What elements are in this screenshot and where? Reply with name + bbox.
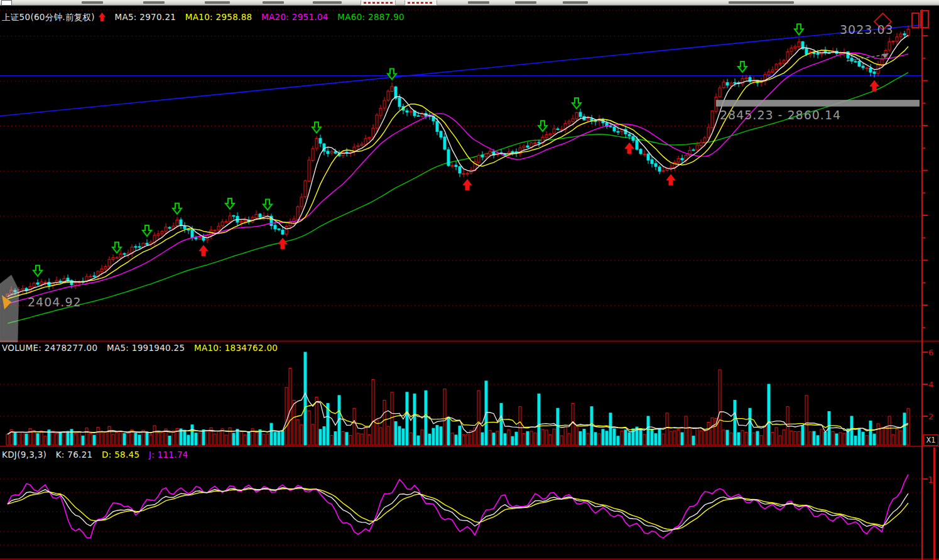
sell-signal-down-arrow-icon — [225, 198, 234, 209]
kdj-j-value: J: 111.74 — [149, 450, 188, 460]
sell-signal-down-arrow-icon — [538, 121, 547, 131]
volume-pane-header: VOLUME: 2478277.00 MA5: 1991940.25 MA10:… — [2, 343, 284, 353]
sell-signal-down-arrow-icon — [795, 24, 803, 35]
volume-axis-tick-6: 6 — [928, 348, 933, 357]
sell-signal-down-arrow-icon — [312, 122, 321, 133]
ma20-value: MA20: 2951.04 — [261, 12, 328, 22]
main-price-pane[interactable] — [0, 10, 922, 323]
sell-signal-down-arrow-icon — [738, 62, 747, 72]
sell-signal-down-arrow-icon — [143, 225, 151, 236]
left-edge-scroll-overlay[interactable] — [0, 275, 19, 342]
buy-signal-up-arrow-icon — [666, 175, 675, 185]
volume-axis-tick-2: 2 — [928, 412, 933, 421]
sell-signal-down-arrow-icon — [263, 199, 272, 210]
sell-signal-down-arrow-icon — [33, 266, 42, 276]
high-price-label: 3023.03 — [840, 23, 894, 36]
sell-signal-down-arrow-icon — [173, 203, 182, 214]
sell-signal-down-arrow-icon — [572, 98, 581, 109]
kdj-pane[interactable] — [0, 475, 922, 545]
double-window-icon[interactable] — [912, 11, 928, 28]
volume-axis-tick-4: 4 — [928, 380, 933, 389]
buy-signal-up-arrow-icon — [463, 180, 472, 190]
kdj-name: KDJ(9,3,3) — [2, 450, 46, 460]
buy-signal-up-arrow-icon — [625, 143, 634, 153]
sell-signal-down-arrow-icon — [112, 242, 121, 253]
chart-title: 上证50(60分钟.前复权) — [2, 12, 95, 22]
volume-value: VOLUME: 2478277.00 — [2, 343, 97, 353]
zone-range-label: 2845.23 - 2860.14 — [720, 108, 841, 122]
buy-signal-up-arrow-icon — [278, 238, 287, 249]
kdj-k-value: K: 76.21 — [56, 450, 93, 460]
volume-multiplier-badge[interactable]: X1 — [923, 434, 938, 446]
volume-ma5-value: MA5: 1991940.25 — [107, 343, 185, 353]
kdj-d-value: D: 58.45 — [102, 450, 139, 460]
low-price-label: 2404.92 — [28, 295, 82, 309]
ma60-value: MA60: 2887.90 — [337, 12, 404, 22]
chart-canvas[interactable] — [0, 0, 939, 560]
pane-frame — [0, 9, 939, 560]
ma10-value: MA10: 2958.88 — [185, 12, 252, 22]
main-pane-header: 上证50(60分钟.前复权) MA5: 2970.21 MA10: 2958.8… — [2, 12, 411, 23]
ma5-value: MA5: 2970.21 — [114, 12, 176, 22]
kdj-axis-tick: 1 — [928, 475, 933, 485]
volume-ma10-value: MA10: 1834762.00 — [194, 343, 278, 353]
buy-signal-up-arrow-icon — [199, 245, 208, 256]
buy-signal-up-arrow-icon — [99, 13, 106, 21]
kdj-pane-header: KDJ(9,3,3) K: 76.21 D: 58.45 J: 111.74 — [2, 450, 195, 460]
resistance-zone — [716, 100, 920, 107]
volume-pane[interactable] — [0, 352, 922, 445]
